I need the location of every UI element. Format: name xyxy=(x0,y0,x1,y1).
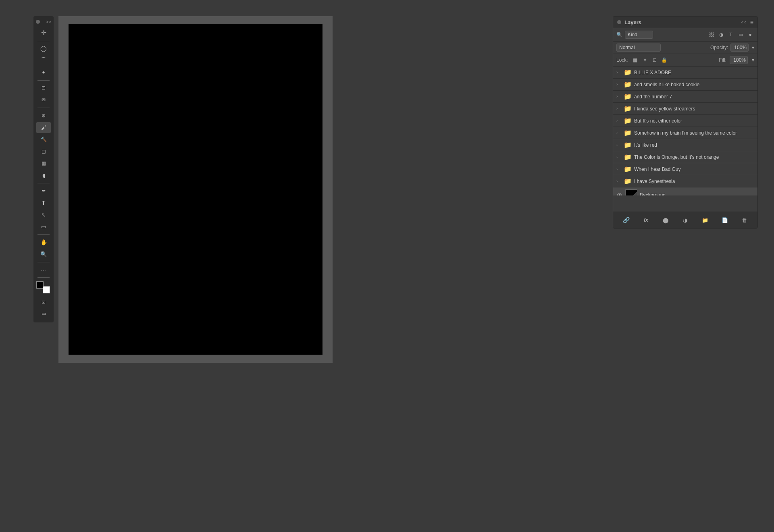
folder-icon: 📁 xyxy=(624,177,632,185)
folder-icon: 📁 xyxy=(624,105,632,112)
move-tool[interactable]: ✛ xyxy=(36,27,51,39)
more-tools-button[interactable]: ··· xyxy=(36,264,51,276)
crop-tool[interactable]: ⊡ xyxy=(36,83,51,94)
layer-item-billie[interactable]: › 📁 BILLIE X ADOBE xyxy=(613,66,757,79)
clone-stamp-tool[interactable]: 🔨 xyxy=(36,134,51,145)
layer-name: BILLIE X ADOBE xyxy=(634,70,754,75)
dodge-tool[interactable]: ◖ xyxy=(36,170,51,181)
layer-name: Background xyxy=(640,192,754,195)
pixel-filter-icon[interactable]: 🖼 xyxy=(707,31,716,39)
folder-icon: 📁 xyxy=(624,117,632,125)
healing-brush-tool[interactable]: ⊕ xyxy=(36,110,51,121)
lock-position-icon[interactable]: ✦ xyxy=(641,56,649,64)
folder-icon: 📁 xyxy=(624,129,632,137)
visibility-icon[interactable]: 👁 xyxy=(616,192,623,195)
smart-filter-icon[interactable]: ● xyxy=(746,31,754,39)
layer-item-same-color[interactable]: › 📁 Somehow in my brain I'm seeing the s… xyxy=(613,127,757,139)
lasso-tool[interactable]: ⌒ xyxy=(36,55,51,66)
folder-icon: 📁 xyxy=(624,165,632,173)
kind-select[interactable]: Kind xyxy=(625,31,653,39)
zoom-tool[interactable]: 🔍 xyxy=(36,249,51,260)
toolbar: >> ✛ ◯ ⌒ ✦ ⊡ ✉ ⊕ 🖌 🔨 ◻ ▦ ◖ ✒ T ↖ ▭ ✋ 🔍 ·… xyxy=(33,16,54,322)
toolbar-expand-icon[interactable]: >> xyxy=(46,19,51,24)
elliptical-marquee-tool[interactable]: ◯ xyxy=(36,43,51,54)
fill-value[interactable]: 100% xyxy=(730,56,748,64)
panel-header: Layers << ≡ xyxy=(613,17,757,28)
layer-item-number[interactable]: › 📁 and the number 7 xyxy=(613,91,757,103)
opacity-value[interactable]: 100% xyxy=(730,44,749,52)
pen-tool[interactable]: ✒ xyxy=(36,185,51,197)
panel-spacer xyxy=(613,195,757,212)
eyedropper-tool[interactable]: ✉ xyxy=(36,94,51,106)
new-fill-adjustment-button[interactable]: ◑ xyxy=(680,215,690,225)
lock-all-icon[interactable]: 🔒 xyxy=(660,56,668,64)
layer-item-orange[interactable]: › 📁 The Color is Orange, but It's not or… xyxy=(613,151,757,163)
layer-chevron: › xyxy=(616,82,621,87)
link-layers-button[interactable]: 🔗 xyxy=(621,215,631,225)
blend-mode-select[interactable]: Normal xyxy=(616,44,661,52)
panel-menu-icon[interactable]: ≡ xyxy=(750,19,753,25)
layer-name: I have Synesthesia xyxy=(634,179,754,184)
panel-title: Layers xyxy=(624,19,641,25)
panel-expand-icon[interactable]: << xyxy=(741,20,746,25)
change-screen-mode[interactable]: ▭ xyxy=(36,308,51,319)
rectangle-tool[interactable]: ▭ xyxy=(36,221,51,233)
layers-panel: Layers << ≡ 🔍 Kind 🖼 ◑ T ▭ ● Normal Opac… xyxy=(613,16,758,229)
opacity-arrow[interactable]: ▾ xyxy=(752,45,754,50)
folder-icon: 📁 xyxy=(624,93,632,100)
fill-arrow[interactable]: ▾ xyxy=(752,57,754,63)
color-swatches xyxy=(36,281,51,293)
panel-bottom-toolbar: 🔗 fx ⬤ ◑ 📁 📄 🗑 xyxy=(613,212,757,228)
layer-item-yellow[interactable]: › 📁 I kinda see yellow streamers xyxy=(613,103,757,115)
folder-icon: 📁 xyxy=(624,69,632,76)
layer-item-smells[interactable]: › 📁 and smells it like baked cookie xyxy=(613,79,757,91)
layer-chevron: › xyxy=(616,131,621,135)
new-layer-button[interactable]: 📄 xyxy=(720,215,730,225)
panel-close-button[interactable] xyxy=(617,20,621,24)
layer-chevron: › xyxy=(616,94,621,99)
layer-name: The Color is Orange, but It's not orange xyxy=(634,154,754,160)
screen-mode-button[interactable]: ⊡ xyxy=(36,297,51,308)
hand-tool[interactable]: ✋ xyxy=(36,237,51,248)
add-mask-button[interactable]: ⬤ xyxy=(661,215,670,225)
layer-chevron: › xyxy=(616,167,621,171)
shape-filter-icon[interactable]: ▭ xyxy=(737,31,745,39)
layer-item-synesthesia[interactable]: › 📁 I have Synesthesia xyxy=(613,175,757,187)
background-color[interactable] xyxy=(43,286,50,293)
layer-chevron: › xyxy=(616,118,621,123)
adjustment-filter-icon[interactable]: ◑ xyxy=(717,31,725,39)
layer-name: When I hear Bad Guy xyxy=(634,166,754,172)
toolbar-close-button[interactable] xyxy=(36,20,40,24)
new-group-button[interactable]: 📁 xyxy=(700,215,710,225)
layer-item-background[interactable]: 👁 Background xyxy=(613,187,757,195)
layer-item-red[interactable]: › 📁 It's like red xyxy=(613,139,757,151)
canvas[interactable] xyxy=(69,24,322,355)
delete-layer-button[interactable]: 🗑 xyxy=(739,215,749,225)
opacity-label: Opacity: xyxy=(710,45,728,50)
layer-name: Somehow in my brain I'm seeing the same … xyxy=(634,130,754,136)
blend-mode-row: Normal Opacity: 100% ▾ xyxy=(613,42,757,54)
layer-item-bad-guy[interactable]: › 📁 When I hear Bad Guy xyxy=(613,163,757,175)
lock-row: Lock: ▦ ✦ ⊡ 🔒 Fill: 100% ▾ xyxy=(613,54,757,66)
brush-tool[interactable]: 🖌 xyxy=(36,122,51,133)
type-tool[interactable]: T xyxy=(36,197,51,208)
path-selection-tool[interactable]: ↖ xyxy=(36,209,51,220)
lock-label: Lock: xyxy=(616,57,628,63)
fill-label: Fill: xyxy=(719,57,726,63)
folder-icon: 📁 xyxy=(624,141,632,149)
lock-pixels-icon[interactable]: ▦ xyxy=(631,56,639,64)
kind-row: 🔍 Kind 🖼 ◑ T ▭ ● xyxy=(613,28,757,42)
layer-thumbnail xyxy=(625,189,637,195)
layer-chevron: › xyxy=(616,179,621,183)
layer-item-either[interactable]: › 📁 But It's not either color xyxy=(613,115,757,127)
fx-button[interactable]: fx xyxy=(641,215,651,225)
type-filter-icon[interactable]: T xyxy=(727,31,735,39)
folder-icon: 📁 xyxy=(624,81,632,88)
magic-wand-tool[interactable]: ✦ xyxy=(36,67,51,78)
gradient-tool[interactable]: ▦ xyxy=(36,158,51,169)
layer-chevron: › xyxy=(616,143,621,147)
lock-artboard-icon[interactable]: ⊡ xyxy=(651,56,659,64)
layer-name: and smells it like baked cookie xyxy=(634,82,754,87)
layer-chevron: › xyxy=(616,155,621,159)
eraser-tool[interactable]: ◻ xyxy=(36,146,51,157)
